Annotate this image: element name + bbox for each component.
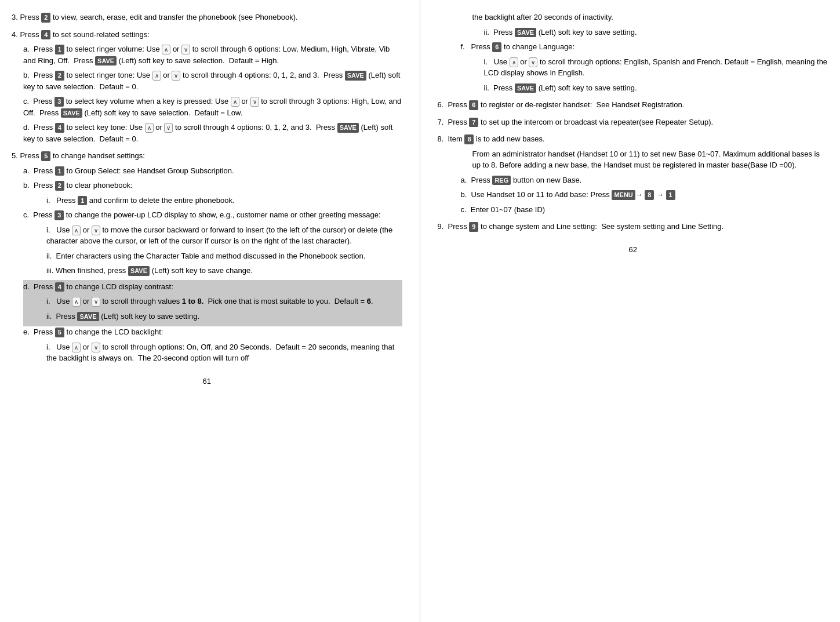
section-5d: d. Press 4 to change LCD display contras… [23,280,402,327]
8a-text: a. Press REG button on new Base. [461,174,829,186]
4a-text: a. Press 1 to select ringer volume: Use … [23,43,402,66]
5b-i-text: i. Press 1 and confirm to delete the ent… [46,195,402,206]
section-8a: a. Press REG button on new Base. [461,174,829,186]
section-5e: e. Press 5 to change the LCD backlight: … [23,326,402,364]
section-f-ii: ii. Press SAVE (Left) soft key to save s… [484,82,829,94]
section-5e-i: i. Use ∧ or ∨ to scroll through options:… [46,341,402,364]
8-detail-text: From an administrator handset (Handset 1… [472,148,829,171]
5d-ii-text: ii. Press SAVE (Left) soft key to save s… [46,311,402,322]
right-page: the backlight after 20 seconds of inacti… [420,0,841,622]
section-4-text: 4. Press 4 to set sound-related settings… [12,29,402,41]
5a-text: a. Press 1 to Group Select: see Handset … [23,165,402,177]
section-5c-ii: ii. Enter characters using the Character… [46,250,402,262]
section-4b: b. Press 2 to select ringer tone: Use ∧ … [23,70,402,92]
5e-i-text: i. Use ∧ or ∨ to scroll through options:… [46,341,402,364]
section-3: 3. Press 2 to view, search, erase, edit … [12,12,402,23]
5c-text: c. Press 3 to change the power-up LCD di… [23,209,402,221]
section-f: f. Press 6 to change Language: i. Use ∧ … [461,41,829,93]
right-cont-text: the backlight after 20 seconds of inacti… [472,12,829,38]
section-6: 6. Press 6 to register or de-register ha… [438,99,829,111]
4d-text: d. Press 4 to select key tone: Use ∧ or … [23,122,402,144]
section-5c-i: i. Use ∧ or ∨ to move the cursor backwar… [46,224,402,247]
5c-i-text: i. Use ∧ or ∨ to move the cursor backwar… [46,224,402,247]
cont-ii: ii. Press SAVE (Left) soft key to save s… [484,27,829,38]
5c-iii-text: iii. When finished, press SAVE (Left) so… [46,265,402,277]
section-5c-iii: iii. When finished, press SAVE (Left) so… [46,265,402,277]
5b-text: b. Press 2 to clear phonebook: [23,180,402,191]
left-page-number: 61 [12,376,402,387]
section-9-text: 9. Press 9 to change system and Line set… [438,221,829,232]
5d-text: d. Press 4 to change LCD display contras… [23,281,402,293]
section-f-i: i. Use ∧ or ∨ to scroll through options:… [484,56,829,79]
f-i-text: i. Use ∧ or ∨ to scroll through options:… [484,56,829,79]
8c-text: c. Enter 01~07 (base ID) [461,204,829,216]
right-continuation: the backlight after 20 seconds of inacti… [438,12,829,93]
section-8: 8. Item 8 is to add new bases. From an a… [438,133,829,215]
section-5b-i: i. Press 1 and confirm to delete the ent… [46,195,402,206]
4c-text: c. Press 3 to select key volume when a k… [23,96,402,118]
f-ii-text: ii. Press SAVE (Left) soft key to save s… [484,82,829,94]
section-8-detail: From an administrator handset (Handset 1… [472,148,829,171]
cont-backlight: the backlight after 20 seconds of inacti… [472,12,829,23]
5e-text: e. Press 5 to change the LCD backlight: [23,326,402,338]
5d-i-text: i. Use ∧ or ∨ to scroll through values 1… [46,296,402,307]
cont-ii-text: ii. Press SAVE (Left) soft key to save s… [484,27,829,38]
section-5d-ii: ii. Press SAVE (Left) soft key to save s… [46,311,402,322]
section-5c: c. Press 3 to change the power-up LCD di… [23,209,402,277]
f-text: f. Press 6 to change Language: [461,41,829,53]
section-6-text: 6. Press 6 to register or de-register ha… [438,99,829,111]
section-4a: a. Press 1 to select ringer volume: Use … [23,43,402,66]
section-5d-i: i. Use ∧ or ∨ to scroll through values 1… [46,296,402,307]
section-4c: c. Press 3 to select key volume when a k… [23,96,402,118]
section-5: 5. Press 5 to change handset settings: a… [12,150,402,364]
section-3-text: 3. Press 2 to view, search, erase, edit … [12,12,402,23]
right-page-number: 62 [438,244,829,256]
section-9: 9. Press 9 to change system and Line set… [438,221,829,232]
section-4d: d. Press 4 to select key tone: Use ∧ or … [23,122,402,144]
section-7-text: 7. Press 7 to set up the intercom or bro… [438,117,829,128]
4b-text: b. Press 2 to select ringer tone: Use ∧ … [23,70,402,92]
8b-text: b. Use Handset 10 or 11 to Add base: Pre… [461,189,829,201]
section-8-text: 8. Item 8 is to add new bases. [438,133,829,145]
section-4: 4. Press 4 to set sound-related settings… [12,29,402,145]
section-7: 7. Press 7 to set up the intercom or bro… [438,117,829,128]
section-8c: c. Enter 01~07 (base ID) [461,204,829,216]
section-5a: a. Press 1 to Group Select: see Handset … [23,165,402,177]
left-page: 3. Press 2 to view, search, erase, edit … [0,0,420,622]
5c-ii-text: ii. Enter characters using the Character… [46,250,402,262]
section-5-text: 5. Press 5 to change handset settings: [12,150,402,162]
section-5b: b. Press 2 to clear phonebook: i. Press … [23,180,402,206]
section-8b: b. Use Handset 10 or 11 to Add base: Pre… [461,189,829,201]
